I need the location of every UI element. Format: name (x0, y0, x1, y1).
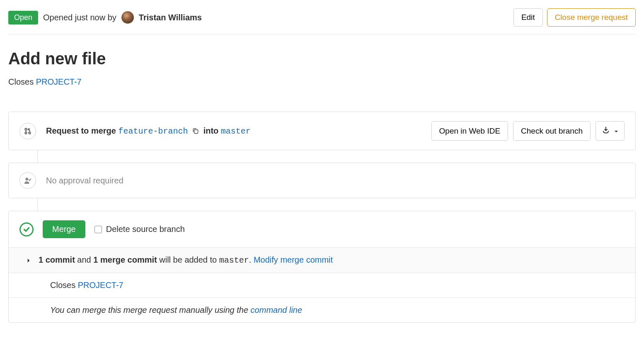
header-bar: Open Opened just now by Tristan Williams… (8, 8, 636, 34)
avatar[interactable] (121, 11, 134, 24)
merge-action-widget: Merge Delete source branch 1 commit and … (8, 211, 636, 323)
manual-merge-prefix: You can merge this merge request manuall… (50, 305, 251, 315)
download-icon (602, 126, 610, 136)
modify-merge-commit-link[interactable]: Modify merge commit (254, 255, 333, 264)
into-text: into (203, 126, 221, 135)
header-left: Open Opened just now by Tristan Williams (8, 11, 202, 24)
connector-line (37, 150, 636, 163)
commit-summary-row[interactable]: 1 commit and 1 merge commit will be adde… (9, 247, 635, 273)
svg-point-2 (29, 132, 31, 134)
svg-point-1 (25, 132, 27, 134)
merge-branches-text: Request to merge feature-branch into mas… (46, 126, 251, 136)
chevron-right-icon[interactable] (26, 256, 31, 265)
mr-description: Closes PROJECT-7 (8, 77, 636, 87)
request-prefix: Request to merge (46, 126, 118, 135)
closes-prefix: Closes (8, 77, 36, 86)
status-badge: Open (8, 11, 38, 24)
svg-point-0 (25, 128, 27, 130)
approval-icon (19, 172, 36, 189)
svg-rect-3 (194, 130, 198, 134)
ready-check-icon (19, 222, 34, 237)
commit-summary-text: 1 commit and 1 merge commit will be adde… (39, 255, 333, 265)
delete-source-branch-checkbox[interactable] (94, 226, 102, 233)
header-actions: Edit Close merge request (513, 8, 636, 27)
edit-button[interactable]: Edit (513, 8, 543, 27)
merge-request-widget: Request to merge feature-branch into mas… (8, 112, 636, 150)
issue-link[interactable]: PROJECT-7 (36, 77, 82, 86)
open-web-ide-button[interactable]: Open in Web IDE (431, 121, 508, 141)
checkout-branch-button[interactable]: Check out branch (513, 121, 591, 141)
copy-branch-icon[interactable] (192, 127, 199, 135)
command-line-link[interactable]: command line (251, 305, 303, 315)
source-branch-link[interactable]: feature-branch (118, 127, 188, 136)
delete-source-branch-option[interactable]: Delete source branch (94, 224, 185, 234)
close-merge-request-button[interactable]: Close merge request (547, 8, 636, 27)
closes-issue-row: Closes PROJECT-7 (9, 273, 635, 297)
opened-text: Opened just now by (43, 13, 116, 22)
svg-point-4 (25, 178, 28, 180)
issue-link-2[interactable]: PROJECT-7 (78, 280, 123, 290)
delete-source-branch-label: Delete source branch (106, 224, 185, 234)
manual-merge-row: You can merge this merge request manuall… (9, 297, 635, 322)
approval-status-text: No approval required (46, 176, 123, 185)
chevron-down-icon (614, 127, 618, 136)
closes-prefix-2: Closes (50, 280, 78, 290)
download-dropdown-button[interactable] (596, 121, 625, 141)
approval-widget: No approval required (8, 163, 636, 198)
target-branch-link[interactable]: master (221, 127, 251, 136)
merge-request-icon (19, 123, 36, 139)
author-link[interactable]: Tristan Williams (139, 13, 202, 22)
connector-line-2 (37, 198, 636, 211)
merge-button[interactable]: Merge (43, 220, 85, 238)
page-title: Add new file (8, 49, 636, 68)
